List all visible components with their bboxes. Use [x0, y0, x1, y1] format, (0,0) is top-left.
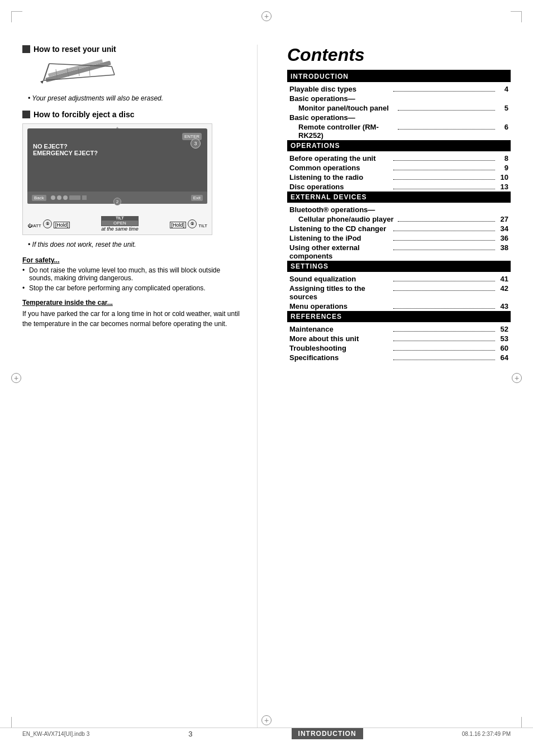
corner-mark-bl [11, 717, 22, 728]
toc-item: Basic operations— [287, 94, 511, 103]
toc-page-number: 38 [497, 243, 508, 252]
toc-item: Remote controller (RM-RK252)6 [287, 122, 511, 140]
toc-page-number: 41 [497, 275, 508, 283]
toc-page-number: 60 [497, 344, 508, 352]
toc-item: Listening to the radio10 [287, 173, 511, 182]
toc-dots [393, 170, 495, 170]
right-column: Contents INTRODUCTIONPlayable disc types… [287, 45, 511, 362]
eject-diagram: ENTER 3 NO EJECT? EMERGENCY EJECT? Back [22, 123, 212, 235]
toc-dots [393, 91, 495, 92]
toc-label: Basic operations— [289, 94, 508, 103]
toc-dots [393, 179, 495, 180]
toc-page-number: 5 [497, 104, 508, 112]
toc-item: Troubleshooting60 [287, 343, 511, 353]
toc-dots [393, 350, 495, 351]
toc-item: Sound equalization41 [287, 274, 511, 284]
toc-section-header: OPERATIONS [287, 140, 511, 151]
toc-label: Common operations [289, 164, 391, 172]
toc-label: Sound equalization [289, 275, 391, 283]
toc-page-number: 43 [497, 302, 508, 310]
safety-item-2: Stop the car before performing any compl… [22, 284, 240, 292]
safety-item-1: Do not raise the volume level too much, … [22, 266, 240, 282]
eject-note: If this does not work, reset the unit. [28, 241, 240, 248]
toc-dots [393, 160, 495, 161]
toc-dots [393, 290, 495, 291]
toc-page-number: 34 [497, 224, 508, 233]
reg-mark-top [261, 11, 272, 21]
toc-page-number: 42 [497, 284, 508, 293]
eject-tilt-section: TILT OPEN at the same time [101, 216, 139, 232]
toc-page-number: 9 [497, 164, 508, 172]
toc-dots [398, 110, 495, 111]
reg-mark-left [11, 373, 21, 383]
toc-page-number: 27 [497, 215, 508, 223]
toc-dots [393, 240, 495, 241]
toc-item: Playable disc types4 [287, 84, 511, 94]
temp-title: Temperature inside the car... [22, 299, 240, 307]
toc-item: Bluetooth® operations— [287, 205, 511, 214]
temp-text: If you have parked the car for a long ti… [22, 309, 240, 329]
toc-item: Common operations9 [287, 163, 511, 173]
reg-mark-bottom [261, 715, 272, 725]
same-time-label: at the same time [101, 226, 139, 232]
toc-item: Using other external components38 [287, 243, 511, 261]
exit-button: Exit [191, 195, 203, 201]
footer-date: 08.1.16 2:37:49 PM [462, 731, 511, 737]
toc-label: Troubleshooting [289, 344, 391, 352]
center-divider [257, 45, 258, 728]
toc-label: Listening to the radio [289, 173, 391, 181]
toc-label: Before operating the unit [289, 154, 391, 162]
toc-item: Basic operations— [287, 113, 511, 122]
toc-label: Basic operations— [289, 113, 508, 122]
hold-label-right: [Hold] [170, 222, 187, 228]
toc-page-number: 6 [497, 123, 508, 131]
toc-dots [393, 231, 495, 231]
eject-title: How to forcibly eject a disc [34, 110, 135, 119]
svg-line-4 [112, 66, 115, 75]
contents-heading: Contents [287, 45, 511, 65]
reset-section-header: How to reset your unit [22, 45, 240, 54]
hold-circle-2: ① [188, 219, 197, 228]
toc-label: Specifications [289, 353, 391, 362]
corner-mark-br [511, 717, 522, 728]
page-number: 3 [188, 730, 192, 738]
toc-label: Assigning titles to the sources [289, 284, 391, 301]
eject-circle-3: 3 [191, 138, 201, 149]
toc-page-number: 10 [497, 173, 508, 181]
eject-hold-right: TILT ① [Hold] [170, 219, 207, 228]
toc-item: Maintenance52 [287, 324, 511, 334]
hold-circle-1: ① [43, 219, 52, 228]
eject-display: ENTER 3 NO EJECT? EMERGENCY EJECT? [27, 128, 207, 195]
toc-dots [393, 341, 495, 341]
toc-item: Monitor panel/touch panel5 [287, 103, 511, 113]
toc-label: Maintenance [289, 325, 391, 333]
toc-item: Disc operations13 [287, 182, 511, 192]
reset-icon [22, 45, 30, 53]
toc-page-number: 64 [497, 353, 508, 362]
eject-hold-left: ⏻/ATT ① [Hold] [27, 219, 70, 228]
toc-page-number: 4 [497, 85, 508, 93]
reset-svg [34, 58, 134, 89]
toc-dots [398, 221, 495, 222]
toc-page-number: 13 [497, 183, 508, 191]
reg-mark-right [512, 373, 522, 383]
eject-bottom-controls: ⏻/ATT ① [Hold] TILT OPEN at the same tim… [27, 216, 207, 232]
toc-item: Listening to the CD changer34 [287, 224, 511, 233]
safety-section: For safety... Do not raise the volume le… [22, 256, 240, 292]
eject-icon [22, 111, 30, 118]
toc-page-number: 36 [497, 234, 508, 242]
corner-mark-tl [11, 11, 22, 22]
page: How to reset your unit Your preset [0, 0, 533, 756]
toc-dots [393, 308, 495, 309]
eject-section-header: How to forcibly eject a disc [22, 110, 240, 119]
left-column: How to reset your unit Your preset [22, 45, 240, 329]
toc-page-number: 52 [497, 325, 508, 333]
footer-intro-label: INTRODUCTION [292, 728, 363, 739]
toc-item: Specifications64 [287, 353, 511, 362]
toc-item: Listening to the iPod36 [287, 233, 511, 243]
toc-label: Disc operations [289, 183, 391, 191]
toc-item: Cellular phone/audio player27 [287, 214, 511, 224]
corner-mark-tr [511, 11, 522, 22]
reset-title: How to reset your unit [34, 45, 116, 54]
reset-diagram [34, 58, 134, 89]
